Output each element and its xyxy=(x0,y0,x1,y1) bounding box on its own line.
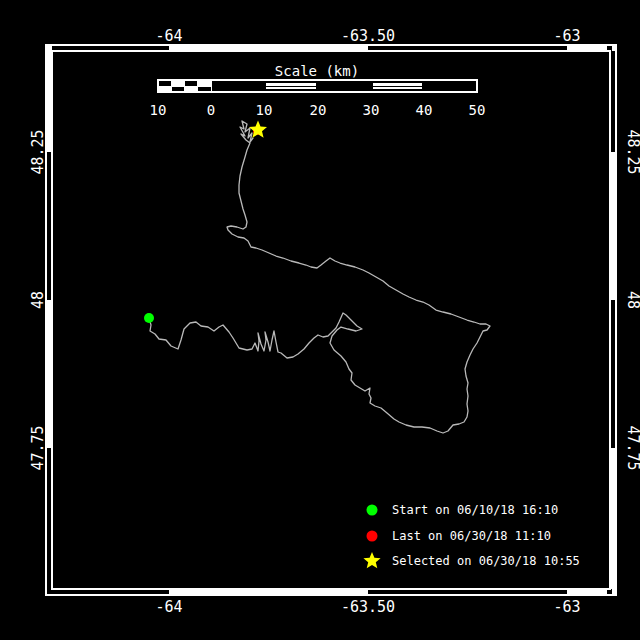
legend-marker-1 xyxy=(367,531,378,542)
track-line xyxy=(149,121,490,433)
frame-band-left xyxy=(47,300,52,448)
x-axis-label-top-1: -63.50 xyxy=(341,29,395,44)
scalebar-title: Scale (km) xyxy=(275,64,359,78)
scalebar-checker-cell xyxy=(198,80,211,86)
frame-band-bottom xyxy=(169,589,368,594)
frame-band-right xyxy=(610,448,615,594)
start-position-marker xyxy=(144,313,154,323)
y-axis-label-right-2: 47.75 xyxy=(625,425,640,470)
scalebar-checker-cell xyxy=(171,80,184,86)
legend-label-1: Last on 06/30/18 11:10 xyxy=(392,530,551,542)
y-axis-label-left-1: 48 xyxy=(31,291,46,309)
x-axis-label-bottom-0: -64 xyxy=(155,600,182,615)
y-axis-label-right-1: 48 xyxy=(625,291,640,309)
y-axis-label-right-0: 48.25 xyxy=(625,129,640,174)
y-axis-label-left-2: 47.75 xyxy=(31,425,46,470)
scalebar-tick-label-1: 0 xyxy=(207,103,215,117)
legend-marker-0 xyxy=(367,505,378,516)
y-axis-label-left-0: 48.25 xyxy=(31,129,46,174)
x-axis-label-top-0: -64 xyxy=(155,29,182,44)
x-axis-label-top-2: -63 xyxy=(553,29,580,44)
scalebar-tick-label-0: 10 xyxy=(150,103,167,117)
scalebar-checker-cell xyxy=(185,86,198,92)
scalebar-tick-label-2: 10 xyxy=(256,103,273,117)
scalebar-tick-label-4: 30 xyxy=(363,103,380,117)
x-axis-label-bottom-2: -63 xyxy=(553,600,580,615)
scalebar-stripe xyxy=(373,83,422,86)
scalebar-stripe xyxy=(266,83,316,86)
frame-band-right xyxy=(610,152,615,300)
scalebar-checker-cell xyxy=(158,86,171,92)
map-graphics xyxy=(0,0,640,640)
scalebar-tick-label-6: 50 xyxy=(469,103,486,117)
frame-corner-notch xyxy=(607,589,612,594)
legend-marker-2 xyxy=(363,552,380,568)
frame-band-left xyxy=(47,46,52,152)
x-axis-label-bottom-1: -63.50 xyxy=(341,600,395,615)
tracking-map: Scale (km) -64-64-63.50-63.50-63-6348.25… xyxy=(0,0,640,640)
frame-corner-notch xyxy=(607,46,612,51)
legend-label-0: Start on 06/10/18 16:10 xyxy=(392,504,558,516)
frame-band-top xyxy=(169,46,368,51)
scalebar-stripe xyxy=(266,87,316,90)
scalebar-stripe xyxy=(373,87,422,90)
scalebar-tick-label-3: 20 xyxy=(310,103,327,117)
scalebar-tick-label-5: 40 xyxy=(416,103,433,117)
legend-label-2: Selected on 06/30/18 10:55 xyxy=(392,555,580,567)
